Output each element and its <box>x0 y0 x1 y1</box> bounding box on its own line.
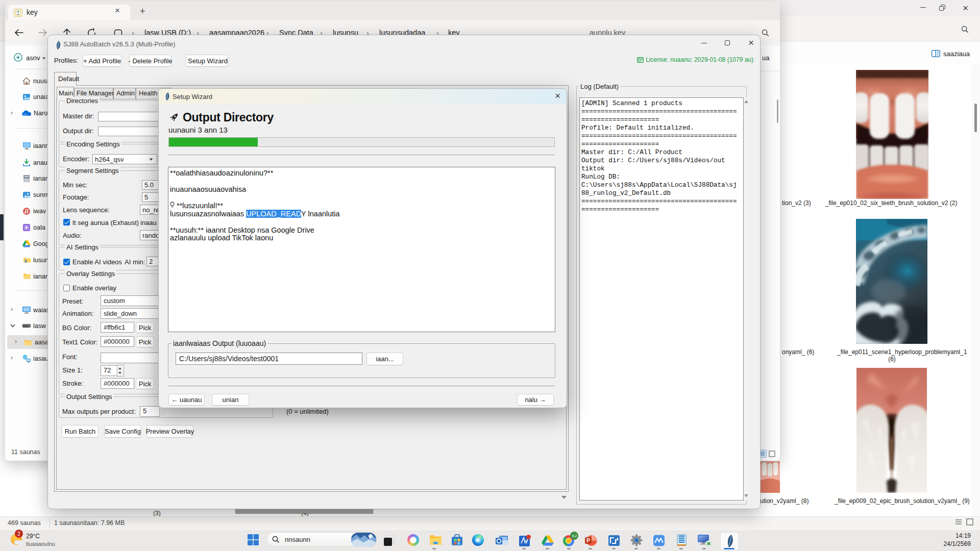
svg-text:P: P <box>586 538 590 543</box>
